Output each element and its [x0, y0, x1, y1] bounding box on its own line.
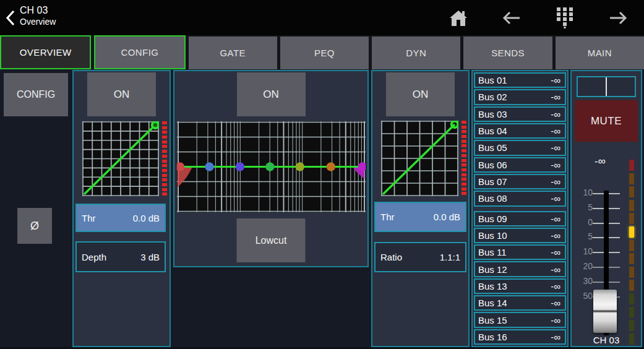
bus-name: Bus 13 [478, 281, 507, 291]
bus-name: Bus 08 [478, 193, 507, 204]
back-button[interactable] [2, 6, 19, 30]
fader-knob[interactable] [593, 290, 617, 333]
bus-name: Bus 01 [478, 75, 507, 85]
gate-threshold-label: Thr [82, 213, 96, 223]
bus-level: -∞ [551, 332, 560, 342]
bus-level: -∞ [551, 213, 560, 224]
fader-level-readout: -∞ [572, 155, 629, 168]
gate-on-button[interactable]: ON [87, 72, 156, 116]
bus-name: Bus 12 [478, 264, 507, 275]
phase-invert-button[interactable]: Ø [17, 208, 52, 244]
bus-row-7[interactable]: Bus 07-∞ [474, 174, 566, 189]
page-subtitle: Overview [20, 17, 56, 28]
bus-level: -∞ [551, 281, 560, 291]
keypad-button[interactable] [554, 7, 575, 28]
fader-scale-label: 10 [573, 187, 593, 197]
bus-name: Bus 16 [478, 332, 507, 342]
tab-sends[interactable]: SENDS [463, 37, 552, 69]
channel-level-meter [629, 160, 634, 347]
bus-level: -∞ [551, 315, 560, 325]
bus-row-3[interactable]: Bus 03-∞ [474, 106, 566, 122]
main-panel: MUTE -∞ 1050510203050 CH 03 [570, 70, 642, 347]
bus-level: -∞ [551, 247, 560, 257]
fader-scale-label: 5 [573, 202, 593, 212]
bus-name: Bus 05 [478, 142, 507, 153]
peq-panel[interactable]: ON Lowcut [173, 70, 369, 267]
bus-level: -∞ [551, 298, 560, 308]
channel-label: CH 03 [572, 335, 641, 345]
tab-peq[interactable]: PEQ [280, 37, 369, 69]
dyn-panel[interactable]: ON Thr 0.0 dB Ratio 1.1:1 [371, 70, 470, 347]
dyn-ratio-value: 1.1:1 [440, 252, 460, 262]
nav-forward-button[interactable] [608, 7, 629, 28]
home-button[interactable] [448, 7, 469, 28]
back-chevron-icon [6, 10, 15, 26]
bus-row-14[interactable]: Bus 14-∞ [474, 295, 566, 311]
bus-name: Bus 07 [478, 176, 507, 187]
peq-graph[interactable] [177, 121, 366, 212]
nav-back-button[interactable] [501, 7, 522, 28]
bus-level: -∞ [551, 126, 560, 136]
bus-row-12[interactable]: Bus 12-∞ [474, 261, 566, 277]
dyn-ratio-label: Ratio [380, 252, 402, 262]
bus-row-8[interactable]: Bus 08-∞ [474, 191, 566, 206]
gate-reduction-meter [162, 121, 167, 197]
config-button[interactable]: CONFIG [4, 73, 68, 116]
bus-row-15[interactable]: Bus 15-∞ [474, 312, 566, 327]
bus-name: Bus 15 [478, 315, 507, 325]
gate-threshold-value: 0.0 dB [133, 213, 160, 223]
bus-row-10[interactable]: Bus 10-∞ [474, 228, 566, 243]
tab-dyn[interactable]: DYN [372, 37, 460, 69]
gate-graph[interactable] [82, 121, 159, 196]
tab-overview[interactable]: OVERVIEW [0, 35, 91, 69]
bus-level: -∞ [551, 230, 560, 241]
bus-row-9[interactable]: Bus 09-∞ [474, 211, 566, 226]
bus-name: Bus 04 [478, 126, 507, 136]
bus-row-13[interactable]: Bus 13-∞ [474, 278, 566, 294]
channel-title: CH 03 [20, 4, 56, 17]
tab-config[interactable]: CONFIG [94, 35, 185, 69]
bus-name: Bus 09 [478, 213, 507, 224]
bus-name: Bus 06 [478, 160, 507, 170]
fader-scale-label: 5 [573, 231, 593, 241]
fader-scale-label: 10 [573, 246, 593, 256]
tab-gate[interactable]: GATE [189, 37, 277, 69]
dyn-ratio-field[interactable]: Ratio 1.1:1 [374, 242, 466, 272]
tab-main[interactable]: MAIN [556, 37, 644, 69]
mute-button[interactable]: MUTE [575, 100, 638, 142]
home-icon [449, 8, 468, 28]
bus-level: -∞ [551, 160, 560, 170]
peq-on-button[interactable]: ON [237, 72, 306, 116]
dyn-reduction-meter [462, 121, 466, 197]
config-column: CONFIG Ø [0, 69, 72, 347]
bus-name: Bus 02 [478, 92, 507, 102]
bus-name: Bus 10 [478, 230, 507, 241]
bus-row-2[interactable]: Bus 02-∞ [474, 89, 566, 105]
pan-slider[interactable] [577, 76, 636, 97]
mixer-overview-screen: CH 03 Overview [0, 0, 644, 349]
gate-depth-field[interactable]: Depth 3 dB [75, 241, 166, 272]
fader-scale-label: 50 [573, 291, 593, 301]
bus-name: Bus 11 [478, 247, 507, 257]
bus-row-4[interactable]: Bus 04-∞ [474, 123, 566, 139]
lowcut-button[interactable]: Lowcut [237, 218, 306, 262]
pan-center-indicator [606, 77, 607, 96]
dyn-on-button[interactable]: ON [386, 72, 455, 116]
gate-panel[interactable]: ON Thr 0.0 dB Depth 3 dB [72, 70, 171, 347]
gate-depth-label: Depth [82, 252, 106, 262]
bus-level: -∞ [551, 142, 560, 153]
bus-row-11[interactable]: Bus 11-∞ [474, 244, 566, 260]
fader-scale-label: 30 [573, 276, 593, 286]
dyn-threshold-value: 0.0 dB [434, 212, 460, 222]
bus-row-6[interactable]: Bus 06-∞ [474, 157, 566, 173]
bus-name: Bus 03 [478, 109, 507, 119]
dyn-threshold-field[interactable]: Thr 0.0 dB [374, 202, 466, 232]
bus-level: -∞ [551, 264, 560, 275]
bus-row-16[interactable]: Bus 16-∞ [474, 329, 566, 345]
gate-threshold-field[interactable]: Thr 0.0 dB [75, 204, 166, 232]
bus-row-5[interactable]: Bus 05-∞ [474, 140, 566, 155]
arrow-right-icon [608, 11, 628, 25]
dyn-graph[interactable] [381, 121, 458, 196]
bus-row-1[interactable]: Bus 01-∞ [474, 72, 566, 88]
bus-level: -∞ [551, 75, 560, 85]
